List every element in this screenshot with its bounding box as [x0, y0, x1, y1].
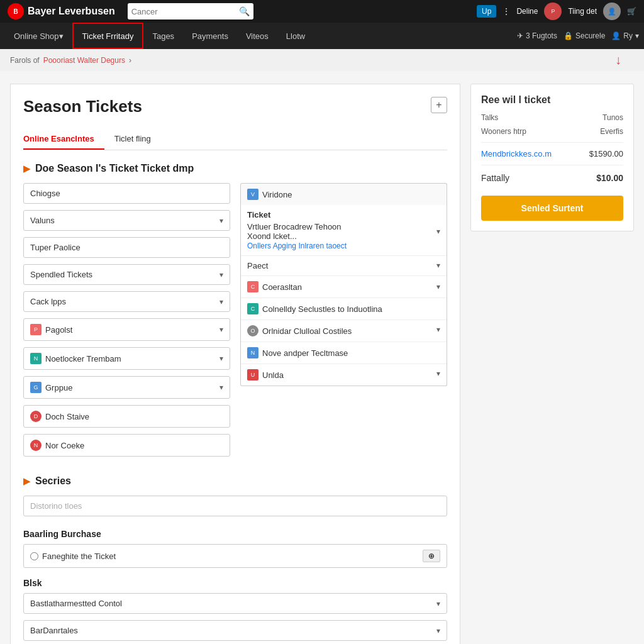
- orlnidar-field[interactable]: O Orlnidar Clulloal Costiles ▾: [241, 320, 447, 342]
- nav-item-payments[interactable]: Payments: [183, 23, 237, 49]
- unlda-label: Unlda: [262, 370, 284, 380]
- search-button[interactable]: 🔍: [239, 6, 250, 16]
- nav-item-tages[interactable]: Tages: [143, 23, 183, 49]
- section1-arrow-icon: ▶: [23, 164, 30, 174]
- add-button[interactable]: +: [431, 97, 447, 113]
- noetlocker-chevron: ▾: [219, 354, 223, 363]
- linkedin-button[interactable]: Up: [477, 5, 496, 18]
- ticket-subheader: Ticket Vrtluer Brocadrew Tehoon Xoond lc…: [241, 205, 447, 256]
- total-label: Fattally: [481, 173, 509, 183]
- secure-btn[interactable]: 🔒 Securele: [564, 31, 605, 40]
- tuper-value: Tuper Paolice: [30, 243, 80, 252]
- unlda-field[interactable]: U Unlda ▾: [241, 364, 447, 386]
- blisk-section: Blsk Bastlatharmestted Contol ▾ BarDanrt…: [23, 578, 447, 644]
- radio-row: Faneghite the Ticket ⊕: [23, 544, 447, 568]
- row1-label: Talks: [481, 113, 498, 122]
- ticket-link[interactable]: Onllers Apging Inlraren taoect: [247, 242, 347, 250]
- nove-label: Nove andper Tecltmase: [262, 348, 348, 358]
- user-nav-btn[interactable]: 👤 Ry ▾: [611, 31, 639, 40]
- price-link[interactable]: Mendbrickkes.co.m: [481, 149, 552, 158]
- unlda-icon: U: [247, 369, 258, 380]
- sidebar-row1: Talks Tunos: [481, 113, 623, 122]
- noetlocker-icon: N: [30, 353, 42, 364]
- user-avatar[interactable]: 👤: [603, 3, 621, 20]
- cack-field[interactable]: Cack lpps ▾: [23, 291, 230, 312]
- sidebar: Ree wil l ticket Talks Tunos Wooners htr…: [470, 84, 634, 644]
- blisk-field2[interactable]: BarDanrtales ▾: [23, 620, 447, 641]
- nav-item-llotw[interactable]: Llotw: [277, 23, 314, 49]
- avatar-label: P: [551, 8, 555, 14]
- radio-action-button[interactable]: ⊕: [423, 550, 440, 562]
- search-input[interactable]: [131, 7, 239, 16]
- flights-btn[interactable]: ✈ 3 Fugtots: [517, 31, 557, 40]
- blisk-chevron2: ▾: [436, 626, 440, 635]
- row1-val: Tunos: [602, 113, 623, 122]
- ticket-lines: Vrtluer Brocadrew Tehoon Xoond lcket...: [247, 222, 341, 241]
- avatar[interactable]: P: [544, 3, 562, 20]
- buying-radio[interactable]: [30, 552, 38, 560]
- left-header-field: Chiogse: [23, 183, 230, 204]
- paect-chevron: ▾: [436, 261, 440, 270]
- tab-online[interactable]: Online Esanclntes: [23, 130, 104, 150]
- nor-value: Nor Coeke: [45, 441, 84, 450]
- secries-placeholder: Distorino tloes: [30, 501, 82, 511]
- grppue-chevron: ▾: [219, 383, 223, 392]
- paect-label: Paect: [247, 261, 268, 270]
- page-wrapper: Season Tickets + Online Esanclntes Ticle…: [0, 71, 644, 644]
- breadcrumb: Farols of Poooriast Walter Degurs › ↓: [0, 49, 644, 71]
- breadcrumb-sep: ›: [129, 56, 131, 65]
- form-two-col: Chiogse Valuns ▾ Tuper Paolice Spendled …: [23, 183, 447, 463]
- menu-dots-icon[interactable]: ⋮: [502, 7, 510, 16]
- grppue-field[interactable]: G Grppue ▾: [23, 376, 230, 399]
- price-row: Mendbrickkes.co.m $1590.00: [481, 149, 623, 158]
- row2-val: Everfis: [600, 127, 623, 136]
- orlnidar-label: Orlnidar Clulloal Costiles: [262, 326, 352, 336]
- tab-ticlet[interactable]: Ticlet fling: [114, 130, 161, 150]
- noetlocker-value: Noetlocker Trembam: [45, 354, 121, 364]
- cart-icon[interactable]: 🛒: [627, 7, 636, 16]
- colnelldy-icon: C: [247, 303, 258, 314]
- doch-icon: D: [30, 411, 42, 422]
- sidebar-card: Ree wil l ticket Talks Tunos Wooners htr…: [470, 84, 634, 231]
- noetlocker-field[interactable]: N Noetlocker Trembam ▾: [23, 347, 230, 370]
- buying-section: Baarling Burchase Faneghite the Ticket ⊕: [23, 529, 447, 568]
- coerasltan-chevron: ▾: [436, 282, 440, 291]
- page-tabs: Online Esanclntes Ticlet fling: [23, 130, 447, 150]
- user-name: Deline: [516, 7, 538, 16]
- divider1: [481, 142, 623, 143]
- valuns-field[interactable]: Valuns ▾: [23, 210, 230, 231]
- blisk-field1[interactable]: Bastlatharmestted Contol ▾: [23, 593, 447, 614]
- breadcrumb-link[interactable]: Poooriast Walter Degurs: [43, 56, 125, 65]
- viridone-icon: V: [247, 189, 258, 200]
- right-col: V Viridone Ticket Vrtluer Brocadrew Teho…: [240, 183, 447, 463]
- nav-item-viteos[interactable]: Viteos: [237, 23, 277, 49]
- chiogse-label: Chiogse: [30, 189, 60, 198]
- pagolst-field[interactable]: P Pagolst ▾: [23, 318, 230, 341]
- colnelldy-field: C Colnelldy Seclustles to Induotlina: [241, 298, 447, 320]
- divider2: [481, 165, 623, 165]
- section2-arrow-icon: ▶: [23, 476, 30, 486]
- secries-input-field[interactable]: Distorino tloes: [23, 496, 447, 516]
- search-bar[interactable]: 🔍: [128, 3, 253, 19]
- main-content: Season Tickets + Online Esanclntes Ticle…: [10, 84, 460, 644]
- pagolst-icon: P: [30, 324, 42, 335]
- nor-field: N Nor Coeke: [23, 434, 230, 457]
- ticket-line1: Vrtluer Brocadrew Tehoon: [247, 222, 341, 231]
- coerasltan-field[interactable]: C Coerasltan ▾: [241, 276, 447, 298]
- nav-item-ticket[interactable]: Ticket Frritady: [72, 23, 144, 49]
- order-button[interactable]: Senled Surtent: [481, 196, 623, 221]
- paect-field[interactable]: Paect ▾: [241, 256, 447, 276]
- total-row: Fattally $10.00: [481, 173, 623, 183]
- main-nav: Online Shop ▾ Ticket Frritady Tages Paym…: [0, 23, 644, 49]
- nav-item-online-shop[interactable]: Online Shop ▾: [5, 23, 72, 49]
- blisk-chevron1: ▾: [436, 599, 440, 608]
- cack-chevron: ▾: [219, 297, 223, 306]
- ticket-chevron: ▾: [436, 227, 440, 236]
- ticket-label: Ticket: [247, 210, 440, 219]
- logo-icon: B: [8, 3, 24, 19]
- spendled-chevron: ▾: [219, 270, 223, 279]
- spendled-field[interactable]: Spendled Tickets ▾: [23, 264, 230, 285]
- arrow-indicator: ↓: [615, 53, 621, 67]
- valuns-label: Valuns: [30, 216, 55, 225]
- left-col: Chiogse Valuns ▾ Tuper Paolice Spendled …: [23, 183, 230, 463]
